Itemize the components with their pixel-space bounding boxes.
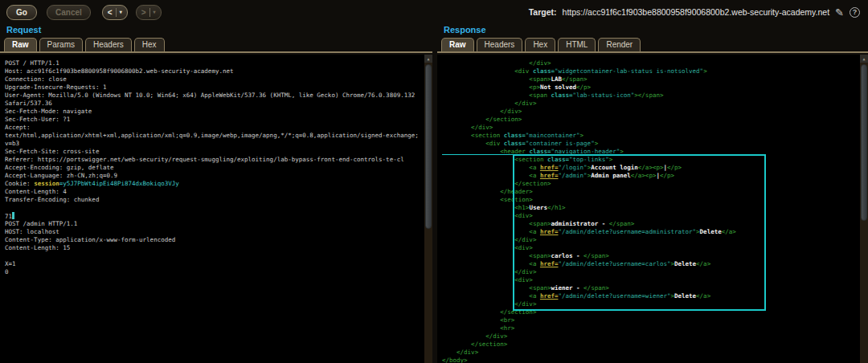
target-bar: Target: https://acc91f6c1f903be8800958f9…: [529, 7, 868, 18]
tab-headers[interactable]: Headers: [85, 38, 132, 51]
code-line: </section>: [442, 116, 868, 124]
code-line: <div class="container is-page">: [442, 140, 868, 148]
tab-raw[interactable]: Raw: [441, 38, 474, 51]
request-editor[interactable]: POST / HTTP/1.1Host: acc91f6c1f903be8800…: [0, 55, 432, 363]
request-code: POST / HTTP/1.1Host: acc91f6c1f903be8800…: [5, 59, 432, 276]
code-line: </div>: [442, 124, 868, 132]
request-title: Request: [0, 24, 432, 36]
code-line: Safari/537.36: [5, 100, 432, 108]
chevron-down-icon[interactable]: ▾: [120, 10, 122, 14]
tab-raw[interactable]: Raw: [4, 38, 37, 51]
response-tabs: RawHeadersHexHTMLRender: [437, 36, 868, 53]
scroll-up-icon[interactable]: ▲: [424, 55, 432, 63]
response-title: Response: [437, 24, 868, 36]
request-panel: Request RawParamsHeadersHex POST / HTTP/…: [0, 24, 432, 363]
cancel-button[interactable]: Cancel: [47, 5, 91, 20]
code-line: <span>carlos - </span>: [442, 252, 868, 260]
code-line: [5, 204, 432, 212]
tab-html[interactable]: HTML: [558, 38, 596, 51]
code-line: <span>administrator - </span>: [442, 220, 868, 228]
code-line: </body>: [442, 357, 868, 363]
code-line: Referer: https://portswigger.net/web-sec…: [5, 156, 432, 164]
code-line: Connection: close: [5, 75, 432, 84]
code-line: <a href="/admin/delete?username=wiener">…: [442, 292, 868, 300]
repeater-toolbar: Go Cancel < ▾ > ▾ Target: https://acc91f…: [0, 0, 868, 24]
code-line: User-Agent: Mozilla/5.0 (Windows NT 10.0…: [5, 92, 432, 100]
code-line: <div>: [442, 244, 868, 252]
target-url: https://acc91f6c1f903be8800958f9006800b2…: [563, 7, 830, 17]
button-divider: [149, 8, 150, 17]
code-line: </div>: [442, 332, 868, 341]
code-line: <section class="top-links">: [442, 156, 868, 164]
response-scrollbar-thumb[interactable]: [861, 64, 867, 221]
code-line: Host: acc91f6c1f903be8800958f9006800b2.w…: [5, 67, 432, 75]
code-line: Content-Length: 4: [5, 188, 432, 196]
code-line: <a href="/admin">Admin panel</a><p>|</p>: [442, 172, 868, 180]
code-line: </div>: [442, 268, 868, 276]
target-label: Target:: [529, 7, 557, 17]
code-line: <header class="navigation-header">: [442, 148, 868, 156]
code-line: <span>LAB</span>: [442, 75, 868, 84]
code-line: </div>: [442, 236, 868, 244]
code-line: Content-Type: application/x-www-form-url…: [5, 236, 432, 244]
code-line: <hr>: [442, 324, 868, 332]
code-line: Accept-Language: zh-CN,zh;q=0.9: [5, 172, 432, 180]
code-line: <div class="widgetcontainer-lab-status i…: [442, 67, 868, 75]
tab-headers[interactable]: Headers: [477, 38, 523, 51]
code-line: POST / HTTP/1.1: [5, 59, 432, 67]
code-line: <section class="maincontainer">: [442, 132, 868, 140]
button-divider: [116, 8, 117, 17]
code-line: <span>wiener - </span>: [442, 284, 868, 292]
code-line: </div>: [442, 108, 868, 116]
code-line: <a href="/admin/delete?username=carlos">…: [442, 260, 868, 268]
tab-hex[interactable]: Hex: [525, 38, 555, 51]
tab-render[interactable]: Render: [598, 38, 641, 51]
code-line: <div>: [442, 276, 868, 284]
tab-params[interactable]: Params: [39, 38, 83, 51]
code-line: </div>: [442, 349, 868, 357]
code-line: [5, 252, 432, 260]
code-line: <a href="/login">Account login</a><p>|</…: [442, 164, 868, 172]
response-panel: Response RawHeadersHexHTMLRender </div> …: [437, 24, 868, 363]
scroll-up-icon[interactable]: ▲: [860, 55, 868, 63]
response-editor[interactable]: </div> <div class="widgetcontainer-lab-s…: [437, 55, 868, 363]
code-line: <h1>Users</h1>: [442, 204, 868, 212]
code-line: text/html,application/xhtml+xml,applicat…: [5, 132, 432, 140]
code-line: POST /admin HTTP/1.1: [5, 220, 432, 228]
response-scrollbar[interactable]: ▲: [860, 55, 868, 363]
tab-hex[interactable]: Hex: [134, 38, 165, 51]
code-line: </header>: [442, 188, 868, 196]
response-code: </div> <div class="widgetcontainer-lab-s…: [442, 59, 868, 363]
request-scrollbar[interactable]: ▲: [424, 55, 432, 363]
next-arrow-icon: >: [141, 8, 146, 17]
code-line: </section>: [442, 180, 868, 188]
chevron-down-icon[interactable]: ▾: [154, 10, 156, 14]
code-line: v=b3: [5, 140, 432, 148]
code-line: </div>: [442, 59, 868, 67]
code-line: <br>: [442, 316, 868, 324]
next-request-button[interactable]: > ▾: [136, 5, 162, 20]
code-line: <a href="/admin/delete?username=administ…: [442, 228, 868, 236]
code-line: </div>: [442, 100, 868, 108]
code-line: <span class="lab-status-icon"></span>: [442, 92, 868, 100]
text-cursor: [12, 212, 14, 219]
code-line: Sec-Fetch-Mode: navigate: [5, 108, 432, 116]
prev-arrow-icon: <: [108, 8, 113, 17]
code-line: <section>: [442, 196, 868, 204]
code-line: Sec-Fetch-User: ?1: [5, 116, 432, 124]
prev-request-button[interactable]: < ▾: [102, 5, 128, 20]
code-line: </div>: [442, 300, 868, 308]
go-button[interactable]: Go: [6, 5, 37, 20]
code-line: Accept-Encoding: gzip, deflate: [5, 164, 432, 172]
help-icon[interactable]: ?: [850, 7, 860, 18]
code-line: Sec-Fetch-Site: cross-site: [5, 148, 432, 156]
request-scrollbar-thumb[interactable]: [425, 64, 432, 229]
code-line: 0: [5, 268, 432, 276]
pencil-icon[interactable]: ✎: [835, 7, 844, 18]
code-line: Content-Length: 15: [5, 244, 432, 252]
code-line: </section>: [442, 308, 868, 316]
code-line: 71: [5, 212, 432, 220]
request-tabs: RawParamsHeadersHex: [0, 36, 432, 53]
code-line: <div>: [442, 212, 868, 220]
code-line: </section>: [442, 341, 868, 349]
